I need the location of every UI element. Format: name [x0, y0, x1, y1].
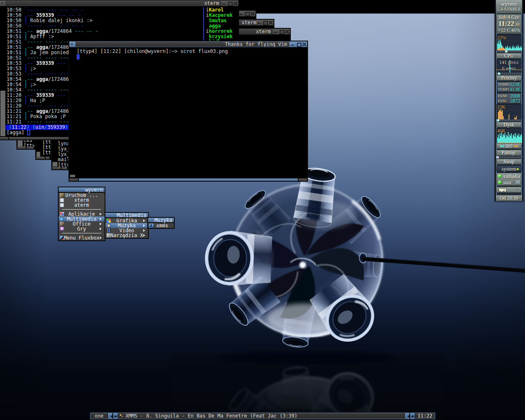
close-button[interactable] [268, 20, 273, 25]
process-count: 141 [500, 59, 507, 65]
contact-list-item[interactable]: agga [206, 23, 238, 29]
submenu-arrow-icon [143, 229, 146, 232]
xterm-scrollbar[interactable] [70, 175, 75, 177]
titlebar[interactable]: Thanks for flying Vim [69, 41, 307, 47]
close-button[interactable] [250, 11, 255, 16]
fan-row: FAN12872 [498, 98, 520, 103]
fs-led [517, 168, 519, 170]
disk-meter-button[interactable]: Dysk [496, 122, 522, 128]
procesy-meter-button[interactable]: Procesy [496, 75, 522, 81]
titlebar[interactable]: xterm [0, 0, 238, 6]
resize-grip[interactable] [0, 137, 8, 139]
irc-input-prompt: [agga] [7, 130, 24, 135]
resize-handle[interactable] [36, 157, 50, 159]
minimize-button[interactable] [257, 20, 262, 25]
workspace-next-button[interactable] [113, 413, 118, 419]
workspace-prev-button[interactable] [107, 413, 113, 419]
workspace-label[interactable]: one [91, 413, 107, 419]
swap-meter-button[interactable]: Swap [496, 159, 522, 164]
fluxbox-toolbar[interactable]: one XMMS - 8. Singuila - En Bas De Ma Fe… [90, 412, 436, 420]
contact-list-item[interactable]: iKacperek [206, 13, 238, 18]
menu-item-aterm[interactable]: aterm [59, 203, 105, 208]
contact-list-item[interactable]: iKarol [206, 7, 238, 13]
shell-prompt: [ttyp4] [11:22] [chilon@wyvern]:~> scrot… [77, 49, 228, 54]
titlebar[interactable]: xterm [239, 29, 290, 34]
mail-monitor[interactable]: -/- [496, 187, 522, 193]
resize-handle[interactable] [17, 146, 34, 149]
menu-item-menu-fluxbox[interactable]: Menu Fluxbox [59, 235, 105, 240]
submenu-arrow-icon [143, 234, 146, 237]
network-meter-button[interactable]: de0 [496, 143, 522, 149]
window-xterm-shaded-3[interactable]: xterm [238, 28, 291, 41]
maximize-button[interactable] [262, 20, 267, 25]
minimize-button[interactable] [290, 42, 295, 47]
window-vim-xterm[interactable]: Thanks for flying Vim [ttyp4] [11:22] [c… [68, 41, 308, 182]
host-monitor-row[interactable]: susi30 [498, 179, 520, 185]
titlebar[interactable] [239, 11, 256, 16]
window-title: Thanks for flying Vim [75, 42, 289, 47]
office-icon [60, 222, 64, 226]
window-prev-button[interactable] [404, 413, 410, 419]
fan-readouts: FAN02008FAN12872 [497, 93, 521, 104]
menu-item-narz-dzia-x[interactable]: Narzędzia X [105, 233, 148, 238]
proc-monitor[interactable]: 141 procs 6 users [496, 59, 522, 73]
stick-button[interactable] [0, 1, 5, 6]
resize-grip[interactable] [36, 157, 45, 159]
music-icon [107, 224, 111, 228]
resize-grip[interactable] [17, 146, 26, 149]
contact-list-item[interactable]: ihorrorek [206, 29, 238, 34]
resize-grip[interactable] [69, 178, 78, 181]
envelope-icon [498, 188, 507, 192]
window-title: xterm [6, 1, 221, 6]
fluxbox-icon [60, 236, 64, 240]
gkrellm-monitor[interactable]: wyvern 5.4-STABLE Sob 4 Cze 11:2230 +12 … [495, 0, 523, 201]
maximize-button[interactable] [279, 29, 284, 34]
minimize-button[interactable] [221, 1, 226, 6]
window-terminal-bg-c[interactable]: lynxlyx_lyx_mail[tty [51, 135, 69, 170]
minimize-button[interactable] [273, 29, 278, 34]
close-button[interactable] [302, 42, 307, 47]
term-icon [60, 198, 64, 202]
host-monitor-row[interactable]: valhalla [498, 173, 520, 179]
temperature-readouts: TEMP032.0CTEMP141.0C [497, 82, 521, 92]
resize-grip[interactable] [299, 178, 307, 181]
terminal-content[interactable]: [ttyp4] [11:22] [chilon@wyvern]:~> scrot… [69, 48, 307, 178]
memory-meter-button[interactable]: Pamięć [496, 150, 522, 156]
host-monitors: valhallasusi30 [496, 173, 522, 186]
submenu-arrow-icon [100, 218, 103, 220]
maximize-button[interactable] [227, 1, 232, 6]
toolbar-window-button[interactable]: XMMS - 8. Singuila - En Bas De Ma Fenetr… [118, 413, 404, 419]
gkrellm-header[interactable]: wyvern 5.4-STABLE [495, 0, 523, 14]
text-cursor [77, 54, 80, 59]
cpu-meter-button[interactable]: CPU [496, 53, 522, 59]
resize-handle[interactable] [52, 167, 68, 169]
net-rx-led [500, 146, 504, 147]
cpu-chart[interactable]: 23% [496, 35, 522, 50]
submenu-arrow-icon [100, 228, 103, 230]
contact-list-item[interactable]: krzysiek [206, 34, 238, 39]
menu-item-gry[interactable]: Gry [59, 226, 105, 231]
uptime-display: Od 20:39 [495, 195, 523, 201]
stick-button[interactable] [70, 42, 75, 47]
menu-item-xmms[interactable]: xmms [148, 223, 174, 228]
maximize-button[interactable] [296, 42, 301, 47]
xterm-scrollbar[interactable] [0, 91, 5, 136]
resize-handle[interactable] [69, 178, 307, 181]
minimize-button[interactable] [239, 11, 244, 16]
run-icon [60, 193, 64, 197]
toolbar-window-title: XMMS - 8. Singuila - En Bas De Ma Fenetr… [126, 413, 297, 419]
disk-chart[interactable]: 33K [496, 104, 522, 119]
contact-list-item[interactable]: Smutas [206, 18, 238, 23]
user-count: 6 [502, 66, 504, 71]
window-next-button[interactable] [410, 413, 415, 419]
resize-grip[interactable] [52, 167, 61, 169]
maximize-button[interactable] [244, 11, 249, 16]
titlebar[interactable]: xterm [239, 20, 274, 25]
close-button[interactable] [233, 1, 238, 6]
temperature-row: TEMP141.0C [498, 87, 520, 92]
submenu-arrow-icon [100, 223, 103, 225]
close-button[interactable] [285, 29, 290, 34]
mail-count: -/- [515, 187, 520, 193]
filesystem-meter[interactable]: system [496, 165, 522, 172]
network-chart[interactable]: 46K [496, 128, 522, 143]
